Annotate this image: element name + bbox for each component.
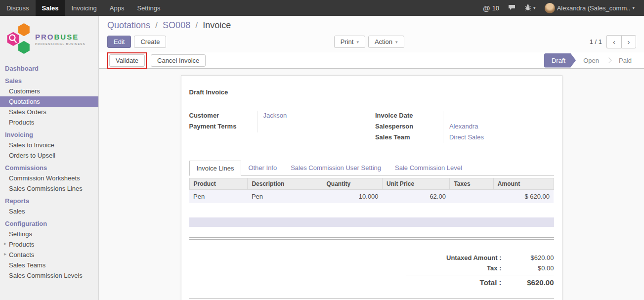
invoice-state-title: Draft Invoice [189, 88, 554, 96]
invoice-sheet: Draft Invoice Customer Jackson Payment T… [181, 75, 562, 300]
sidebar-item-sales-commissions-lines[interactable]: Sales Commissions Lines [0, 183, 98, 194]
cell-product: Pen [189, 190, 248, 204]
untaxed-amount-value: $620.00 [509, 254, 554, 261]
sidebar-item-quotations[interactable]: Quotations [0, 96, 98, 107]
pager-counter: 1 / 1 [590, 38, 602, 45]
field-payment-terms: Payment Terms [189, 122, 368, 132]
logo-name: PROBUSE [35, 33, 86, 42]
menu-discuss[interactable]: Discuss [0, 0, 36, 16]
debug-menu[interactable]: ▾ [520, 0, 540, 16]
edit-button[interactable]: Edit [107, 36, 131, 48]
sidebar-item-sales-commission-levels[interactable]: Sales Commission Levels [0, 270, 98, 281]
menu-sales[interactable]: Sales [36, 0, 65, 16]
sidebar-heading-dashboard[interactable]: Dashboard [0, 61, 98, 74]
sidebar-heading-reports[interactable]: Reports [0, 194, 98, 206]
separator-line [189, 237, 554, 240]
chevron-down-icon: ▾ [356, 40, 359, 44]
app-menus: Discuss Sales Invoicing Apps Settings [0, 0, 167, 16]
col-header-quantity[interactable]: Quantity [322, 178, 383, 190]
sidebar-heading-invoicing[interactable]: Invoicing [0, 128, 98, 140]
status-open[interactable]: Open [576, 53, 606, 68]
sidebar-heading-commissions[interactable]: Commissions [0, 161, 98, 173]
control-panel-buttons: Edit Create Print ▾ Action ▾ 1 / 1 [107, 35, 636, 48]
invoice-lines-table: Product Description Quantity Unit Price … [189, 178, 554, 203]
breadcrumb-current: Invoice [203, 20, 231, 30]
total-label: Total : [406, 278, 509, 287]
status-paid[interactable]: Paid [611, 53, 639, 68]
sidebar-item-config-contacts[interactable]: ▸ Contacts [0, 250, 98, 260]
status-draft[interactable]: Draft [544, 53, 576, 68]
print-label: Print [341, 38, 354, 45]
topbar-right: @ 10 ▾ Alexandra (Sa [478, 0, 644, 16]
sidebar-item-config-products[interactable]: ▸ Products [0, 239, 98, 250]
separator-line-bottom [189, 298, 554, 300]
customer-link[interactable]: Jackson [263, 112, 287, 119]
sidebar-item-label: Products [9, 241, 34, 248]
messages-menu[interactable] [504, 0, 520, 16]
sidebar-item-settings[interactable]: Settings [0, 229, 98, 239]
menu-apps[interactable]: Apps [103, 0, 131, 16]
sidebar-item-orders-to-upsell[interactable]: Orders to Upsell [0, 150, 98, 161]
total-row: Total : $620.00 [406, 275, 554, 288]
create-button[interactable]: Create [134, 36, 166, 48]
invoice-date-label: Invoice Date [375, 111, 443, 122]
sidebar-item-commission-worksheets[interactable]: Commission Worksheets [0, 173, 98, 183]
chevron-down-icon: ▾ [632, 5, 635, 10]
app-logo[interactable]: PROBUSE PROFESSIONAL BUSINESS [0, 16, 98, 61]
field-invoice-date: Invoice Date [375, 111, 554, 122]
expand-right-icon[interactable]: ▸ [4, 251, 6, 257]
sales-team-value: Direct Sales [443, 132, 554, 143]
logo-tagline: PROFESSIONAL BUSINESS [35, 43, 86, 45]
salesperson-link[interactable]: Alexandra [449, 123, 478, 130]
user-menu[interactable]: Alexandra (Sales_comm.. ▾ [540, 0, 639, 16]
breadcrumb-separator: / [195, 20, 198, 30]
pager-next-button[interactable]: › [621, 35, 636, 48]
pager-previous-button[interactable]: ‹ [606, 35, 621, 48]
sidebar-item-reports-sales[interactable]: Sales [0, 206, 98, 216]
sidebar-heading-configuration[interactable]: Configuration [0, 216, 98, 229]
field-salesperson: Salesperson Alexandra [375, 122, 554, 132]
user-name: Alexandra (Sales_comm.. [557, 4, 631, 12]
print-menu-button[interactable]: Print ▾ [334, 36, 365, 48]
col-header-taxes[interactable]: Taxes [450, 178, 493, 190]
field-group-right: Invoice Date Salesperson Alexandra Sales… [375, 111, 554, 143]
col-header-unit-price[interactable]: Unit Price [383, 178, 450, 190]
tax-label: Tax : [406, 264, 509, 272]
sidebar-item-sales-orders[interactable]: Sales Orders [0, 107, 98, 117]
customer-value: Jackson [257, 111, 368, 122]
top-navbar: Discuss Sales Invoicing Apps Settings @ … [0, 0, 644, 16]
sidebar-item-customers[interactable]: Customers [0, 86, 98, 96]
expand-right-icon[interactable]: ▸ [4, 241, 6, 246]
avatar [545, 3, 555, 13]
validate-button[interactable]: Validate [109, 54, 145, 67]
tab-invoice-lines[interactable]: Invoice Lines [189, 161, 242, 176]
tab-sale-commission-level[interactable]: Sale Commission Level [388, 161, 469, 176]
menu-settings[interactable]: Settings [130, 0, 167, 16]
customer-label: Customer [189, 111, 257, 122]
sidebar-heading-sales[interactable]: Sales [0, 74, 98, 86]
col-header-description[interactable]: Description [248, 178, 322, 190]
tab-other-info[interactable]: Other Info [241, 161, 284, 176]
col-header-product[interactable]: Product [189, 178, 248, 190]
chevron-down-icon: ▾ [395, 40, 398, 44]
action-menu-button[interactable]: Action ▾ [368, 36, 404, 48]
page-layout: PROBUSE PROFESSIONAL BUSINESS Dashboard … [0, 16, 644, 300]
cancel-invoice-button[interactable]: Cancel Invoice [151, 54, 206, 67]
tab-sales-commission-user-setting[interactable]: Sales Commission User Setting [284, 161, 388, 176]
chevron-right-icon [606, 57, 611, 63]
sidebar-item-sales-to-invoice[interactable]: Sales to Invoice [0, 140, 98, 150]
breadcrumb-so008[interactable]: SO008 [163, 20, 190, 30]
col-header-amount[interactable]: Amount [493, 178, 554, 190]
sidebar-item-sales-teams[interactable]: Sales Teams [0, 260, 98, 270]
menu-invoicing[interactable]: Invoicing [65, 0, 103, 16]
sales-team-link[interactable]: Direct Sales [449, 133, 484, 141]
logo-text: PROBUSE PROFESSIONAL BUSINESS [35, 33, 86, 45]
sidebar-item-products[interactable]: Products [0, 117, 98, 128]
sidebar-item-label: Contacts [9, 251, 34, 258]
breadcrumb-quotations[interactable]: Quotations [107, 20, 150, 30]
activity-menu[interactable]: @ 10 [478, 0, 504, 16]
form-statusbar: Validate Cancel Invoice Draft Open Paid [99, 52, 644, 69]
tax-row: Tax : $0.00 [406, 263, 554, 273]
invoice-line-row[interactable]: Pen Pen 10.000 62.00 $ 620.00 [189, 190, 554, 204]
payment-terms-label: Payment Terms [189, 122, 257, 132]
